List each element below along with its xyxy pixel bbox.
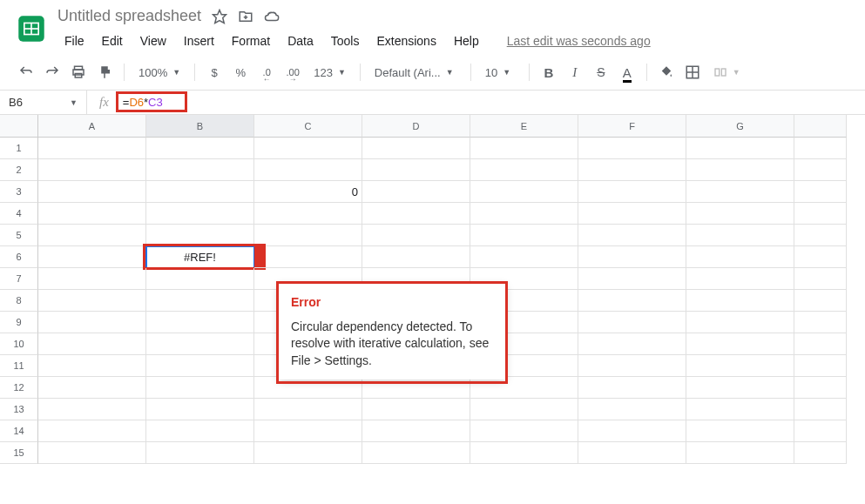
cell[interactable] [254, 225, 362, 246]
cell[interactable] [578, 399, 686, 420]
cell[interactable] [470, 225, 578, 246]
cell[interactable] [254, 138, 362, 159]
cell[interactable] [38, 333, 146, 355]
last-edit-link[interactable]: Last edit was seconds ago [507, 34, 651, 48]
cell[interactable] [38, 355, 146, 377]
cell[interactable] [794, 312, 847, 333]
cell[interactable] [254, 377, 362, 399]
row-header[interactable]: 10 [0, 333, 38, 355]
row-header[interactable]: 9 [0, 312, 38, 333]
cell[interactable] [362, 399, 470, 420]
cell[interactable] [794, 377, 847, 399]
menu-edit[interactable]: Edit [95, 30, 130, 51]
menu-extensions[interactable]: Extensions [369, 30, 443, 51]
star-icon[interactable] [212, 9, 227, 24]
row-header[interactable]: 7 [0, 268, 38, 290]
cell[interactable] [578, 159, 686, 181]
cell[interactable] [686, 159, 794, 181]
row-header[interactable]: 5 [0, 225, 38, 246]
currency-button[interactable]: $ [202, 60, 226, 84]
cell[interactable] [38, 399, 146, 420]
cell[interactable] [146, 420, 254, 442]
cell[interactable] [38, 420, 146, 442]
cell-B6-selected[interactable]: #REF! [146, 246, 254, 268]
font-size-select[interactable]: 10▼ [478, 63, 522, 83]
row-header[interactable]: 8 [0, 290, 38, 312]
cell[interactable] [686, 377, 794, 399]
cell[interactable] [146, 225, 254, 246]
col-header[interactable]: C [254, 115, 362, 138]
more-formats-select[interactable]: 123▼ [307, 63, 353, 83]
cell[interactable] [470, 138, 578, 159]
name-box[interactable]: B6 ▼ [0, 91, 87, 114]
cell[interactable] [470, 246, 578, 268]
menu-insert[interactable]: Insert [177, 30, 221, 51]
cell[interactable] [254, 246, 362, 268]
cell[interactable] [146, 181, 254, 203]
strikethrough-button[interactable]: S [589, 60, 613, 84]
cell[interactable] [38, 268, 146, 290]
cell[interactable] [146, 442, 254, 464]
cell[interactable] [578, 312, 686, 333]
increase-decimal-button[interactable]: .00→ [280, 60, 305, 84]
cell[interactable] [146, 138, 254, 159]
cell[interactable] [794, 442, 847, 464]
cell[interactable] [146, 203, 254, 225]
cell[interactable] [470, 377, 578, 399]
cell[interactable] [362, 138, 470, 159]
cell[interactable] [470, 181, 578, 203]
cell[interactable] [686, 355, 794, 377]
cell[interactable] [794, 203, 847, 225]
text-color-button[interactable]: A [615, 60, 639, 84]
cell[interactable] [38, 290, 146, 312]
row-header[interactable]: 6 [0, 246, 38, 268]
paint-format-button[interactable] [92, 60, 117, 84]
cell[interactable] [38, 181, 146, 203]
cell[interactable] [794, 399, 847, 420]
cell[interactable] [362, 159, 470, 181]
cell[interactable] [578, 377, 686, 399]
menu-file[interactable]: File [57, 30, 91, 51]
cell[interactable] [254, 420, 362, 442]
formula-bar[interactable]: =D6*C3 [121, 91, 865, 114]
cell[interactable] [254, 442, 362, 464]
cell[interactable] [686, 203, 794, 225]
cell[interactable] [686, 246, 794, 268]
menu-help[interactable]: Help [447, 30, 486, 51]
merge-button[interactable]: ▼ [706, 62, 747, 83]
row-header[interactable]: 2 [0, 159, 38, 181]
row-header[interactable]: 12 [0, 377, 38, 399]
cell[interactable] [254, 203, 362, 225]
cell[interactable] [146, 312, 254, 333]
row-header[interactable]: 11 [0, 355, 38, 377]
bold-button[interactable]: B [537, 60, 561, 84]
cell[interactable] [362, 181, 470, 203]
cell[interactable] [362, 377, 470, 399]
menu-tools[interactable]: Tools [324, 30, 367, 51]
cell[interactable] [578, 246, 686, 268]
cell[interactable] [686, 399, 794, 420]
cell[interactable] [686, 290, 794, 312]
percent-button[interactable]: % [228, 60, 253, 84]
cell[interactable] [794, 420, 847, 442]
fill-color-button[interactable] [654, 60, 679, 84]
cell[interactable] [38, 138, 146, 159]
cloud-icon[interactable] [264, 9, 280, 24]
cell[interactable] [686, 312, 794, 333]
cell[interactable] [578, 181, 686, 203]
decrease-decimal-button[interactable]: .0← [254, 60, 279, 84]
row-header[interactable]: 3 [0, 181, 38, 203]
cell[interactable] [686, 442, 794, 464]
move-icon[interactable] [238, 9, 253, 24]
cell[interactable] [38, 377, 146, 399]
menu-format[interactable]: Format [225, 30, 277, 51]
font-select[interactable]: Default (Ari...▼ [368, 63, 463, 83]
cell[interactable] [146, 355, 254, 377]
cell[interactable] [362, 203, 470, 225]
print-button[interactable] [66, 60, 91, 84]
cell[interactable] [794, 333, 847, 355]
cell[interactable] [146, 268, 254, 290]
cell[interactable] [38, 246, 146, 268]
undo-button[interactable] [14, 60, 38, 84]
cell[interactable] [578, 225, 686, 246]
